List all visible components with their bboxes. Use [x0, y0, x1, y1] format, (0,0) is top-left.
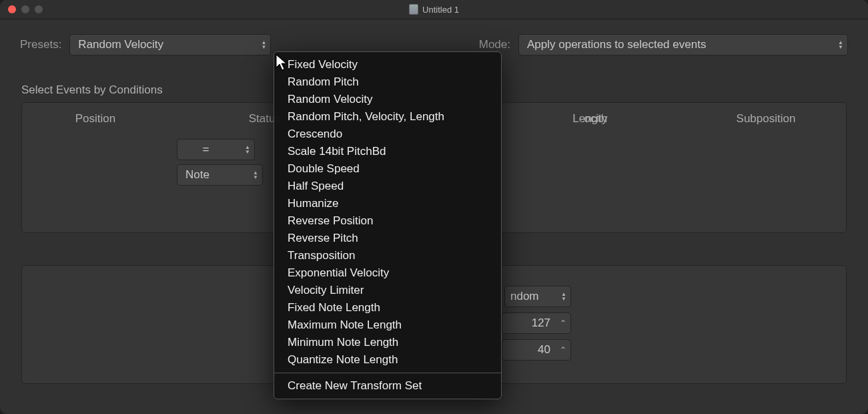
menu-item-create-new[interactable]: Create New Transform Set: [274, 377, 501, 395]
menu-item[interactable]: Half Speed: [274, 178, 501, 195]
status-operator-popup[interactable]: =: [177, 139, 255, 160]
presets-dropdown-menu: Fixed Velocity Random Pitch Random Veloc…: [274, 51, 502, 399]
mode-label: Mode:: [479, 38, 510, 51]
menu-item[interactable]: Transposition: [274, 247, 501, 264]
menu-item[interactable]: Exponential Velocity: [274, 264, 501, 282]
status-operator-value: =: [203, 143, 209, 156]
operation-value2-field[interactable]: 40: [502, 339, 571, 361]
menu-item[interactable]: Maximum Note Length: [274, 317, 501, 334]
menu-item[interactable]: Fixed Velocity: [274, 56, 501, 73]
window-title-text: Untitled 1: [422, 5, 459, 15]
mode-value: Apply operations to selected events: [527, 38, 706, 51]
titlebar: Untitled 1: [0, 0, 868, 19]
presets-value: Random Velocity: [78, 38, 163, 51]
presets-group: Presets: Random Velocity: [20, 34, 271, 55]
menu-item[interactable]: Crescendo: [274, 126, 501, 143]
operation-value: ndom: [510, 290, 539, 303]
menu-item[interactable]: Humanize: [274, 195, 501, 212]
operation-value2: 40: [538, 343, 550, 357]
col-position: Position: [49, 112, 142, 126]
menu-item[interactable]: Double Speed: [274, 160, 501, 178]
col-velocity: ocity: [528, 112, 608, 126]
menu-item[interactable]: Velocity Limiter: [274, 282, 501, 299]
status-type-popup[interactable]: Note: [177, 164, 263, 186]
menu-item[interactable]: Fixed Note Length: [274, 299, 501, 317]
document-icon: [409, 4, 418, 15]
zoom-window-button[interactable]: [35, 5, 43, 13]
col-subposition: Subposition: [713, 112, 819, 126]
menu-item[interactable]: Random Pitch: [274, 73, 501, 91]
close-window-button[interactable]: [8, 5, 16, 13]
minimize-window-button[interactable]: [21, 5, 29, 13]
up-icon: [560, 320, 566, 327]
updown-icon: [838, 40, 843, 49]
menu-item[interactable]: Reverse Pitch: [274, 230, 501, 247]
menu-item[interactable]: Reverse Position: [274, 212, 501, 230]
menu-separator: [274, 373, 501, 373]
menu-item[interactable]: Random Velocity: [274, 91, 501, 108]
menu-item[interactable]: Scale 14bit PitchBd: [274, 143, 501, 160]
up-icon: [560, 347, 566, 353]
updown-icon: [253, 170, 258, 180]
updown-icon: [261, 40, 266, 49]
mode-popup[interactable]: Apply operations to selected events: [518, 34, 848, 55]
updown-icon: [245, 145, 250, 154]
presets-popup[interactable]: Random Velocity: [69, 34, 271, 55]
conditions-section-label: Select Events by Conditions: [21, 83, 163, 97]
window-title: Untitled 1: [0, 4, 868, 15]
window-controls: [0, 5, 43, 13]
status-type-value: Note: [185, 168, 209, 182]
operation-value1: 127: [532, 317, 550, 330]
updown-icon: [561, 292, 566, 301]
mode-group: Mode: Apply operations to selected event…: [479, 34, 848, 55]
menu-item[interactable]: Quantize Note Length: [274, 351, 501, 369]
content-area: Presets: Random Velocity Mode: Apply ope…: [0, 19, 868, 414]
operation-popup[interactable]: ndom: [504, 286, 571, 307]
operation-value1-field[interactable]: 127: [502, 313, 571, 334]
menu-item[interactable]: Minimum Note Length: [274, 334, 501, 351]
menu-item[interactable]: Random Pitch, Velocity, Length: [274, 108, 501, 126]
presets-label: Presets:: [20, 38, 61, 51]
transform-window: Untitled 1 Presets: Random Velocity Mode…: [0, 0, 868, 414]
